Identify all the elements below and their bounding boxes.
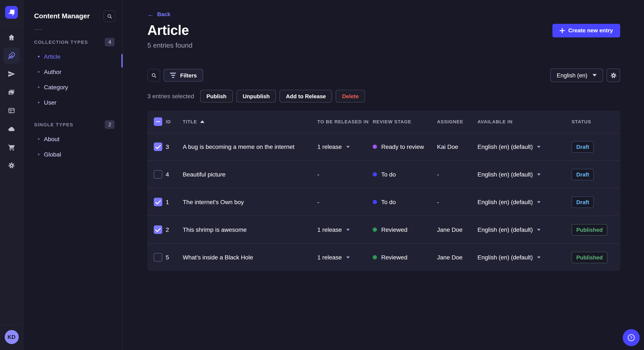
rail-bottom: KD (0, 325, 23, 350)
filter-icon (170, 73, 176, 78)
column-header-status: STATUS (572, 119, 614, 124)
deploy-cloud-icon[interactable] (4, 121, 20, 137)
help-button[interactable]: ? (623, 329, 640, 346)
content-type-builder-icon[interactable] (4, 103, 20, 119)
chevron-down-icon (537, 173, 540, 175)
create-new-entry-button[interactable]: Create new entry (552, 24, 620, 37)
column-header-id[interactable]: ID (166, 119, 183, 124)
sidebar-item-user[interactable]: User (24, 95, 122, 110)
chevron-down-icon (537, 256, 540, 258)
column-header-review-stage: REVIEW STAGE (373, 119, 437, 124)
subnav-divider (34, 29, 42, 30)
add-to-release-button[interactable]: Add to Release (280, 90, 332, 103)
table-row: 4 Beautiful picture - To do - English (e… (147, 160, 620, 188)
locale-select[interactable]: English (en) (550, 68, 603, 82)
selection-bar: 3 entries selected Publish Unpublish Add… (147, 90, 620, 103)
row-release-dropdown[interactable]: 1 release (317, 143, 373, 150)
row-checkbox[interactable] (154, 143, 162, 151)
row-checkbox[interactable] (154, 253, 162, 262)
column-header-available-in: AVAILABLE IN (478, 119, 572, 124)
home-icon[interactable] (4, 29, 20, 45)
bullet-icon (38, 102, 40, 103)
search-icon (150, 72, 157, 78)
row-locale-dropdown[interactable]: English (en) (default) (478, 254, 572, 261)
row-review-stage: Reviewed (373, 226, 437, 233)
column-header-title[interactable]: TITLE (183, 119, 317, 124)
view-settings-button[interactable] (606, 68, 620, 82)
status-badge: Draft (572, 196, 594, 208)
column-header-assignee: ASSIGNEE (437, 119, 478, 124)
row-id: 2 (166, 226, 183, 233)
row-checkbox[interactable] (154, 198, 162, 206)
row-assignee: - (437, 171, 478, 178)
subnav-search-button[interactable] (104, 10, 116, 22)
row-release-dropdown[interactable]: 1 release (317, 226, 373, 233)
strapi-logo-icon[interactable] (5, 6, 18, 19)
main-content: ← Back Article Create new entry 5 entrie… (123, 0, 644, 350)
sidebar-item-category[interactable]: Category (24, 80, 122, 95)
row-title: What's inside a Black Hole (183, 254, 317, 261)
row-locale-dropdown[interactable]: English (en) (default) (478, 171, 572, 178)
row-id: 5 (166, 254, 183, 261)
status-badge: Published (572, 224, 607, 235)
select-all-checkbox[interactable] (154, 117, 162, 126)
row-review-stage: To do (373, 171, 437, 178)
row-release-dropdown[interactable]: - (317, 199, 373, 205)
stage-dot-icon (373, 200, 377, 204)
row-locale-dropdown[interactable]: English (en) (default) (478, 226, 572, 233)
filters-button[interactable]: Filters (164, 69, 203, 82)
table-row: 3 A bug is becoming a meme on the intern… (147, 133, 620, 160)
row-locale-dropdown[interactable]: English (en) (default) (478, 199, 572, 205)
status-badge: Draft (572, 141, 594, 153)
row-assignee: Kai Doe (437, 143, 478, 150)
section-count-badge: 4 (105, 38, 114, 46)
stage-dot-icon (373, 255, 377, 259)
gear-icon (610, 72, 617, 79)
row-checkbox[interactable] (154, 170, 162, 178)
sidebar-item-article[interactable]: Article (24, 49, 122, 64)
status-badge: Published (572, 252, 607, 263)
active-item-indicator (122, 54, 123, 68)
row-assignee: Jane Doe (437, 226, 478, 233)
media-library-icon[interactable] (4, 84, 20, 100)
row-title: A bug is becoming a meme on the internet (183, 143, 317, 150)
section-count-badge: 2 (105, 120, 114, 129)
row-locale-dropdown[interactable]: English (en) (default) (478, 143, 572, 150)
question-mark-icon: ? (626, 333, 636, 342)
selection-count: 3 entries selected (147, 93, 194, 100)
marketplace-cart-icon[interactable] (4, 139, 20, 155)
content-manager-feather-icon[interactable] (4, 48, 20, 64)
search-button[interactable] (147, 69, 160, 82)
section-label: COLLECTION TYPES (34, 39, 88, 45)
section-label: SINGLE TYPES (34, 122, 73, 127)
row-release-dropdown[interactable]: 1 release (317, 254, 373, 261)
publish-button[interactable]: Publish (200, 90, 233, 103)
column-header-release: TO BE RELEASED IN (317, 119, 373, 124)
releases-paper-plane-icon[interactable] (4, 66, 20, 82)
row-title: Beautiful picture (183, 171, 317, 178)
row-id: 4 (166, 171, 183, 178)
row-review-stage: To do (373, 199, 437, 205)
sidebar-item-global[interactable]: Global (24, 147, 122, 162)
table-row: 1 The internet's Own boy - To do - Engli… (147, 188, 620, 216)
row-review-stage: Ready to review (373, 143, 437, 150)
chevron-down-icon (346, 146, 350, 148)
search-icon (106, 13, 113, 19)
delete-button[interactable]: Delete (336, 90, 365, 103)
row-checkbox[interactable] (154, 225, 162, 234)
sidebar-item-about[interactable]: About (24, 131, 122, 147)
avatar[interactable]: KD (4, 330, 18, 344)
row-release-dropdown[interactable]: - (317, 171, 373, 178)
bullet-icon (38, 56, 40, 57)
unpublish-button[interactable]: Unpublish (236, 90, 276, 103)
settings-gear-icon[interactable] (4, 157, 20, 174)
back-link[interactable]: ← Back (147, 11, 170, 17)
table-body: 3 A bug is becoming a meme on the intern… (147, 133, 620, 271)
sidebar-item-author[interactable]: Author (24, 64, 122, 80)
rail-items (4, 26, 20, 174)
row-assignee: - (437, 199, 478, 205)
entries-table: ID TITLE TO BE RELEASED IN REVIEW STAGE … (147, 111, 620, 271)
chevron-down-icon (537, 201, 540, 203)
rail-separator (0, 325, 23, 325)
row-id: 3 (166, 143, 183, 150)
